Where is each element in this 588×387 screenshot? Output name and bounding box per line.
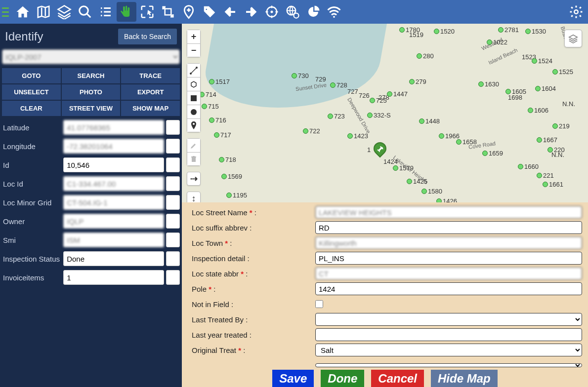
- trace-button[interactable]: TRACE: [121, 68, 180, 83]
- town-field[interactable]: [315, 236, 582, 249]
- draw-rect-button[interactable]: [187, 91, 201, 105]
- delete-button: [187, 152, 201, 166]
- id-aux[interactable]: [166, 157, 180, 172]
- latitude-field[interactable]: [63, 120, 164, 135]
- longitude-aux[interactable]: [166, 139, 180, 154]
- state-label: Loc state abbr * :: [192, 270, 315, 278]
- select-icon[interactable]: [137, 2, 157, 22]
- nif-checkbox[interactable]: [315, 300, 323, 308]
- svg-point-3: [271, 11, 273, 13]
- svg-point-8: [190, 73, 192, 75]
- search-button[interactable]: SEARCH: [62, 68, 121, 83]
- menu-icon[interactable]: [2, 2, 9, 22]
- svg-point-0: [80, 6, 88, 15]
- page-title: Identify: [5, 30, 43, 43]
- extra-select[interactable]: [315, 363, 582, 367]
- street-field[interactable]: [315, 206, 582, 219]
- street-label: Loc Street Name * :: [192, 208, 315, 217]
- hidemap-button[interactable]: Hide Map: [431, 370, 498, 387]
- forward-arrow-icon[interactable]: [241, 2, 261, 22]
- goto-button[interactable]: GOTO: [2, 68, 61, 83]
- status-aux[interactable]: [166, 251, 180, 266]
- owner-aux[interactable]: [166, 214, 180, 229]
- chart-icon[interactable]: [303, 2, 323, 22]
- locid-aux[interactable]: [166, 176, 180, 191]
- longitude-field[interactable]: [63, 139, 164, 154]
- crosshair-icon[interactable]: [262, 2, 282, 22]
- invoice-field[interactable]: [63, 270, 164, 285]
- expand-v-button[interactable]: ↕: [187, 192, 201, 202]
- expand-h-button[interactable]: ⇢: [187, 172, 201, 186]
- save-button[interactable]: Save: [272, 370, 314, 387]
- id-field[interactable]: [63, 157, 164, 172]
- grid-aux[interactable]: [166, 195, 180, 210]
- edit-button: [187, 138, 201, 152]
- draw-point-button[interactable]: [187, 118, 201, 132]
- photo-button[interactable]: PHOTO: [62, 84, 121, 100]
- back-arrow-icon[interactable]: [220, 2, 240, 22]
- clear-button[interactable]: CLEAR: [2, 101, 61, 116]
- inspdetail-label: Inspection detail :: [192, 254, 315, 263]
- svg-point-11: [191, 109, 197, 115]
- pan-icon[interactable]: [117, 2, 136, 22]
- wifi-icon[interactable]: [324, 2, 344, 22]
- add-pin-icon[interactable]: [179, 2, 199, 22]
- smi-aux[interactable]: [166, 232, 180, 247]
- nif-label: Not in Field :: [192, 300, 315, 309]
- draw-line-button[interactable]: [187, 63, 201, 77]
- rotate-icon[interactable]: [158, 2, 178, 22]
- lastyr-field[interactable]: [315, 328, 582, 341]
- zoom-in-button[interactable]: +: [187, 30, 201, 43]
- svg-rect-1: [165, 9, 171, 15]
- origtreat-label: Original Treat * :: [192, 346, 315, 354]
- svg-point-12: [193, 123, 195, 125]
- lastby-select[interactable]: [315, 313, 582, 326]
- map-marker[interactable]: [374, 142, 387, 160]
- locid-field[interactable]: [63, 176, 164, 191]
- grid-field[interactable]: [63, 195, 164, 210]
- latitude-aux[interactable]: [166, 120, 180, 135]
- unselect-button[interactable]: UNSELECT: [2, 84, 61, 100]
- lastby-label: Last Treated By :: [192, 315, 315, 324]
- back-to-search-button[interactable]: Back to Search: [118, 29, 177, 44]
- svg-point-7: [574, 10, 578, 14]
- zoom-out-button[interactable]: −: [187, 43, 201, 57]
- latitude-label: Latitude: [2, 123, 61, 132]
- status-field[interactable]: [63, 251, 164, 266]
- pole-field[interactable]: [315, 282, 582, 295]
- svg-point-9: [196, 67, 198, 69]
- cancel-button[interactable]: Cancel: [371, 370, 424, 387]
- suffix-label: Loc suffix abbrev :: [192, 224, 315, 232]
- tag-icon[interactable]: [200, 2, 219, 22]
- grid-label: Loc Minor Grid: [2, 198, 61, 207]
- map-icon[interactable]: [34, 2, 53, 22]
- draw-circle-button[interactable]: [187, 105, 201, 118]
- inspdetail-field[interactable]: [315, 252, 582, 265]
- list-icon[interactable]: [96, 2, 116, 22]
- home-icon[interactable]: [13, 2, 33, 22]
- invoice-aux[interactable]: [166, 270, 180, 285]
- smi-field[interactable]: [63, 232, 164, 247]
- export-button[interactable]: EXPORT: [121, 84, 180, 100]
- svg-point-5: [294, 13, 299, 18]
- invoice-label: Invoiceitems: [2, 273, 61, 282]
- layers-toggle-icon[interactable]: [564, 30, 582, 47]
- settings-icon[interactable]: [566, 2, 586, 22]
- state-field[interactable]: [315, 267, 582, 280]
- origtreat-select[interactable]: Salt: [315, 344, 582, 356]
- done-button[interactable]: Done: [321, 370, 364, 387]
- gear-globe-icon[interactable]: [283, 2, 302, 22]
- draw-polygon-button[interactable]: [187, 77, 201, 91]
- map-canvas[interactable]: Sunset Drive Deepwood Drive Cove Road La…: [182, 24, 588, 202]
- suffix-field[interactable]: [315, 221, 582, 234]
- smi-label: Smi: [2, 236, 61, 244]
- locid-label: Loc Id: [2, 180, 61, 188]
- layers-icon[interactable]: [54, 2, 74, 22]
- owner-field[interactable]: [63, 214, 164, 229]
- search-icon[interactable]: [75, 2, 95, 22]
- layer-select[interactable]: IQLP-2007: [2, 49, 180, 64]
- showmap-button[interactable]: SHOW MAP: [121, 101, 180, 116]
- town-label: Loc Town * :: [192, 239, 315, 247]
- lastyr-label: Last year treated :: [192, 331, 315, 339]
- streetview-button[interactable]: STREET VIEW: [62, 101, 121, 116]
